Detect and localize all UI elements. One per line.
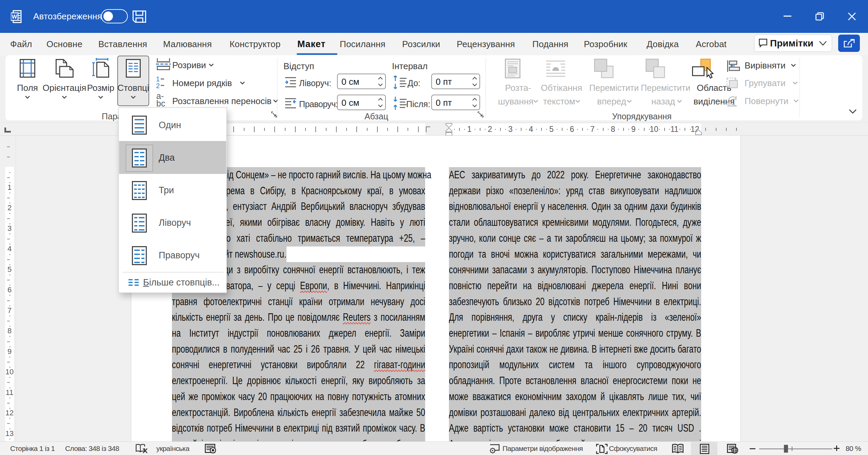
svg-text:bc: bc [156,99,165,107]
svg-text:W: W [12,14,17,20]
svg-text:2: 2 [156,82,160,88]
